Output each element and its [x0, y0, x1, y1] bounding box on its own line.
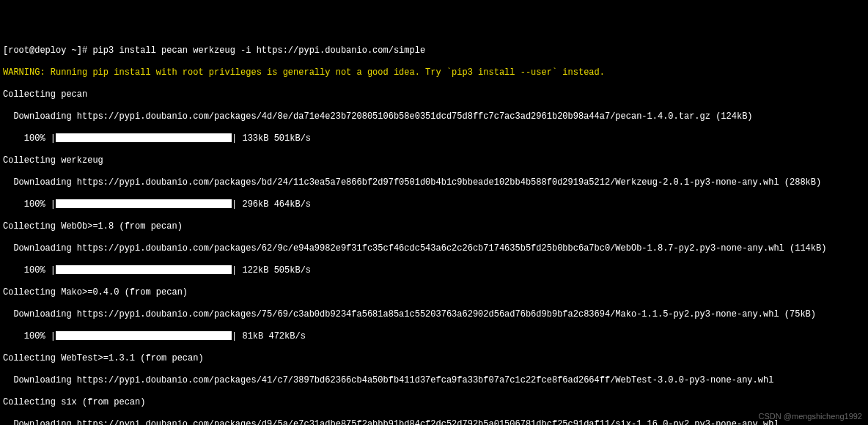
progress-stats: | 296kB 464kB/s — [232, 199, 311, 210]
out: Downloading https://pypi.doubanio.com/pa… — [3, 375, 865, 386]
progress-row: 100% || 296kB 464kB/s — [3, 199, 865, 210]
out: Collecting Mako>=0.4.0 (from pecan) — [3, 287, 865, 298]
progress-bar-icon — [56, 133, 232, 142]
out: Collecting werkzeug — [3, 155, 865, 166]
out: Collecting pecan — [3, 89, 865, 100]
out: Downloading https://pypi.doubanio.com/pa… — [3, 419, 865, 425]
progress-stats: | 122kB 505kB/s — [232, 265, 311, 276]
out: Downloading https://pypi.doubanio.com/pa… — [3, 177, 865, 188]
progress-bar-icon — [56, 265, 232, 274]
out: Downloading https://pypi.doubanio.com/pa… — [3, 243, 865, 254]
progress-pct: 100% | — [3, 331, 56, 341]
progress-pct: 100% | — [3, 199, 56, 210]
shell-prompt-line: [root@deploy ~]# pip3 install pecan werk… — [3, 45, 865, 56]
out: Collecting WebOb>=1.8 (from pecan) — [3, 221, 865, 232]
progress-stats: | 133kB 501kB/s — [232, 133, 311, 144]
progress-bar-icon — [56, 199, 232, 208]
out: Collecting WebTest>=1.3.1 (from pecan) — [3, 353, 865, 364]
progress-pct: 100% | — [3, 133, 56, 144]
progress-row: 100% || 122kB 505kB/s — [3, 265, 865, 276]
progress-row: 100% || 133kB 501kB/s — [3, 133, 865, 144]
progress-row: 100% || 81kB 472kB/s — [3, 331, 865, 342]
progress-stats: | 81kB 472kB/s — [232, 331, 306, 341]
watermark-text: CSDN @mengshicheng1992 — [759, 411, 862, 422]
pip-warning: WARNING: Running pip install with root p… — [3, 67, 865, 78]
out: Downloading https://pypi.doubanio.com/pa… — [3, 111, 865, 122]
progress-bar-icon — [56, 331, 232, 340]
progress-pct: 100% | — [3, 265, 56, 276]
out: Collecting six (from pecan) — [3, 397, 865, 408]
out: Downloading https://pypi.doubanio.com/pa… — [3, 309, 865, 320]
